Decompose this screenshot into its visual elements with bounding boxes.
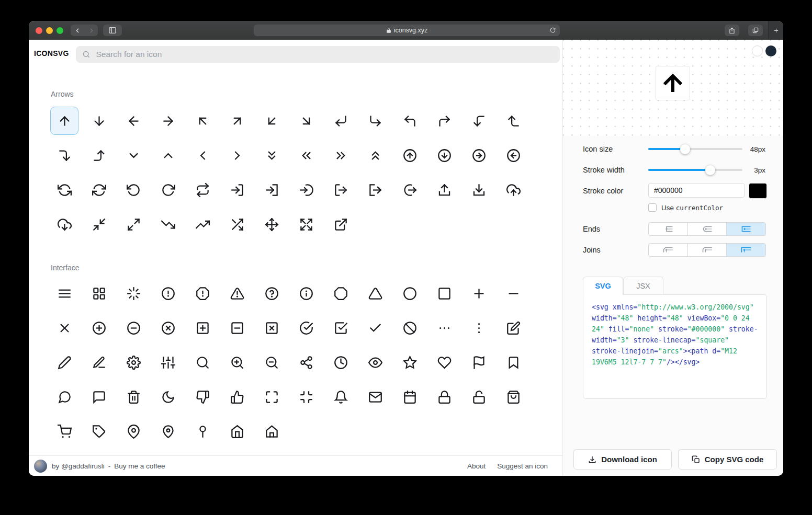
icon-cell-x-circle[interactable] xyxy=(154,314,182,342)
icon-cell-clock[interactable] xyxy=(326,348,355,376)
icon-cell-chevron-up[interactable] xyxy=(154,141,182,169)
icon-cell-chevron-right[interactable] xyxy=(223,141,251,169)
stroke-width-slider[interactable] xyxy=(648,169,742,171)
icon-cell-moon[interactable] xyxy=(154,383,182,411)
icon-cell-x[interactable] xyxy=(50,314,78,342)
about-link[interactable]: About xyxy=(467,462,486,470)
join-arcs-option[interactable] xyxy=(726,244,765,256)
icon-cell-alert-circle[interactable] xyxy=(154,279,182,307)
icon-cell-lock[interactable] xyxy=(430,383,458,411)
stroke-color-swatch[interactable] xyxy=(749,183,767,199)
icon-cell-arrow-up-circle[interactable] xyxy=(396,141,424,169)
icon-cell-check-square[interactable] xyxy=(326,314,355,342)
icon-cell-download-cloud[interactable] xyxy=(50,210,78,238)
icon-cell-home[interactable] xyxy=(223,417,251,445)
icon-cell-maximize-2[interactable] xyxy=(119,210,148,238)
icon-size-slider[interactable] xyxy=(648,148,742,150)
icon-cell-shopping-cart[interactable] xyxy=(50,417,78,445)
icon-cell-thumbs-up[interactable] xyxy=(223,383,251,411)
icon-cell-map-pin-alt[interactable] xyxy=(154,417,182,445)
icon-cell-more-vertical[interactable] xyxy=(465,314,493,342)
icon-cell-grid[interactable] xyxy=(85,279,113,307)
join-miter-option[interactable] xyxy=(649,244,687,256)
search-bar[interactable] xyxy=(76,46,560,63)
join-round-option[interactable] xyxy=(687,244,727,256)
icon-cell-arrow-up[interactable] xyxy=(50,107,78,135)
icon-cell-flag[interactable] xyxy=(465,348,493,376)
icon-cell-shopping-bag[interactable] xyxy=(499,383,527,411)
icon-cell-plus-circle[interactable] xyxy=(85,314,113,342)
forward-button[interactable] xyxy=(84,25,98,36)
icon-cell-pin[interactable] xyxy=(188,417,217,445)
icon-cell-plus[interactable] xyxy=(465,279,493,307)
icon-cell-alert-triangle[interactable] xyxy=(223,279,251,307)
icon-cell-chevron-down[interactable] xyxy=(119,141,148,169)
icon-cell-corner-down-left[interactable] xyxy=(326,107,355,135)
icon-cell-arrow-down-left[interactable] xyxy=(257,107,286,135)
icon-cell-edit-2[interactable] xyxy=(50,348,78,376)
icon-cell-arrow-left[interactable] xyxy=(119,107,148,135)
icon-cell-arrow-down-right[interactable] xyxy=(292,107,320,135)
icon-cell-log-in-circle[interactable] xyxy=(292,176,320,204)
icon-cell-home-alt[interactable] xyxy=(257,417,286,445)
icon-cell-corner-left-up[interactable] xyxy=(499,107,527,135)
stroke-width-slider-thumb[interactable] xyxy=(705,165,715,175)
icon-cell-arrow-down[interactable] xyxy=(85,107,113,135)
icon-cell-info[interactable] xyxy=(292,279,320,307)
icon-cell-minimize-2[interactable] xyxy=(85,210,113,238)
currentcolor-checkbox[interactable] xyxy=(648,203,657,212)
new-tab-button[interactable] xyxy=(768,21,783,40)
icon-cell-refresh-cw[interactable] xyxy=(85,176,113,204)
search-input[interactable] xyxy=(95,49,554,60)
icon-cell-corner-up-left[interactable] xyxy=(396,107,424,135)
sidebar-toggle-button[interactable] xyxy=(103,25,122,36)
icon-cell-square[interactable] xyxy=(430,279,458,307)
icon-cell-arrow-down-circle[interactable] xyxy=(430,141,458,169)
tab-jsx[interactable]: JSX xyxy=(623,277,663,295)
stroke-color-input[interactable] xyxy=(648,183,745,198)
icon-cell-corner-right-up[interactable] xyxy=(85,141,113,169)
icon-cell-chevron-left[interactable] xyxy=(188,141,217,169)
icon-cell-arrow-right-circle[interactable] xyxy=(465,141,493,169)
icon-cell-minus-circle[interactable] xyxy=(119,314,148,342)
icon-cell-log-out[interactable] xyxy=(326,176,355,204)
icon-cell-rotate-ccw[interactable] xyxy=(119,176,148,204)
svg-code-block[interactable]: <svg xmlns="http://www.w3.org/2000/svg" … xyxy=(583,294,767,399)
download-icon-button[interactable]: Download icon xyxy=(573,449,672,470)
icon-cell-alert-octagon[interactable] xyxy=(188,279,217,307)
icon-cell-arrow-right[interactable] xyxy=(154,107,182,135)
icon-cell-check-circle[interactable] xyxy=(292,314,320,342)
address-bar[interactable]: iconsvg.xyz xyxy=(254,25,560,36)
icon-cell-star[interactable] xyxy=(396,348,424,376)
icon-cell-tag[interactable] xyxy=(85,417,113,445)
icon-cell-trending-down[interactable] xyxy=(154,210,182,238)
icon-cell-log-out-circle[interactable] xyxy=(396,176,424,204)
icon-cell-settings[interactable] xyxy=(119,348,148,376)
icon-cell-shuffle[interactable] xyxy=(223,210,251,238)
cap-round-option[interactable] xyxy=(687,223,727,235)
icon-cell-arrow-left-circle[interactable] xyxy=(499,141,527,169)
icon-cell-chevrons-down[interactable] xyxy=(257,141,286,169)
icon-cell-mail[interactable] xyxy=(361,383,389,411)
icon-cell-refresh-ccw[interactable] xyxy=(50,176,78,204)
icon-cell-menu[interactable] xyxy=(50,279,78,307)
icon-cell-more-horizontal[interactable] xyxy=(430,314,458,342)
icon-cell-trending-up[interactable] xyxy=(188,210,217,238)
icon-cell-minimize[interactable] xyxy=(292,383,320,411)
icon-cell-upload-cloud[interactable] xyxy=(499,176,527,204)
icon-cell-log-out-alt[interactable] xyxy=(361,176,389,204)
cap-butt-option[interactable] xyxy=(649,223,687,235)
icon-cell-external-link[interactable] xyxy=(326,210,355,238)
icon-cell-bookmark[interactable] xyxy=(499,348,527,376)
use-currentcolor-checkbox-row[interactable]: Use currentColor xyxy=(648,203,723,212)
cap-square-option[interactable] xyxy=(726,223,765,235)
icon-cell-arrow-up-right[interactable] xyxy=(223,107,251,135)
icon-cell-zoom-out[interactable] xyxy=(257,348,286,376)
icon-cell-chevrons-up[interactable] xyxy=(361,141,389,169)
icon-cell-corner-left-down[interactable] xyxy=(465,107,493,135)
close-window-button[interactable] xyxy=(36,27,42,34)
icon-cell-edit[interactable] xyxy=(499,314,527,342)
share-button[interactable] xyxy=(725,25,739,36)
icon-cell-thumbs-down[interactable] xyxy=(188,383,217,411)
icon-cell-heart[interactable] xyxy=(430,348,458,376)
